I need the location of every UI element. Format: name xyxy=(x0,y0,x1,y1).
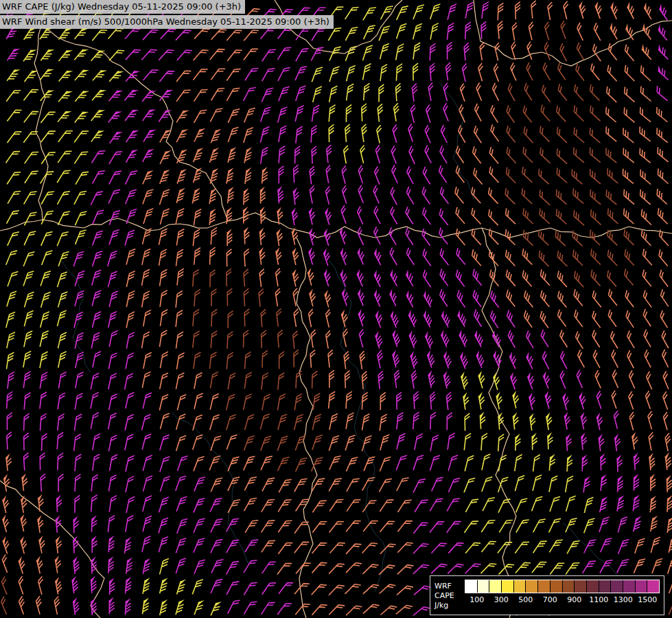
legend-color-cell xyxy=(599,580,611,593)
legend-tick-label: 1100 xyxy=(589,595,608,604)
map-canvas xyxy=(0,0,672,618)
legend-tick-label: 100 xyxy=(470,595,484,604)
legend-color-cell xyxy=(623,580,635,593)
legend-tick-label: 1300 xyxy=(614,595,633,604)
legend-model-label: WRF xyxy=(435,582,465,591)
legend-color-cell xyxy=(514,580,526,593)
legend-color-cell xyxy=(526,580,537,593)
legend-labels: WRF CAPE J/kg xyxy=(435,578,465,613)
legend-color-cell xyxy=(611,580,623,593)
cape-legend: WRF CAPE J/kg 10030050070090011001300150… xyxy=(430,575,664,615)
legend-color-cell xyxy=(587,580,599,593)
legend-unit-label: J/kg xyxy=(435,601,465,610)
weather-map-view: WRF CAPE (J/kg) Wednesday 05-11-2025 09:… xyxy=(0,0,672,618)
wind-shear-title: WRF Wind shear (m/s) 500/1000hPa Wednesd… xyxy=(0,15,334,29)
legend-color-cell xyxy=(478,580,489,593)
map-title-overlay: WRF CAPE (J/kg) Wednesday 05-11-2025 09:… xyxy=(0,0,334,30)
legend-scale: 100300500700900110013001500 xyxy=(465,578,660,613)
legend-tick-label: 500 xyxy=(518,595,533,604)
legend-color-cell xyxy=(647,580,659,593)
legend-color-bar xyxy=(465,580,660,593)
cape-title: WRF CAPE (J/kg) Wednesday 05-11-2025 09:… xyxy=(0,0,245,14)
legend-tick-label: 300 xyxy=(494,595,509,604)
legend-color-cell xyxy=(636,580,647,593)
legend-tick-label: 900 xyxy=(567,595,581,604)
legend-color-cell xyxy=(465,580,477,593)
legend-tick-label: 700 xyxy=(543,595,557,604)
legend-color-cell xyxy=(502,580,513,593)
legend-tick-label: 1500 xyxy=(638,595,657,604)
legend-param-label: CAPE xyxy=(435,591,465,601)
legend-color-cell xyxy=(538,580,550,593)
legend-color-cell xyxy=(575,580,586,593)
map-background xyxy=(0,0,672,618)
legend-color-cell xyxy=(551,580,562,593)
legend-color-cell xyxy=(563,580,575,593)
legend-color-cell xyxy=(489,580,501,593)
legend-tick-labels: 100300500700900110013001500 xyxy=(465,595,660,606)
